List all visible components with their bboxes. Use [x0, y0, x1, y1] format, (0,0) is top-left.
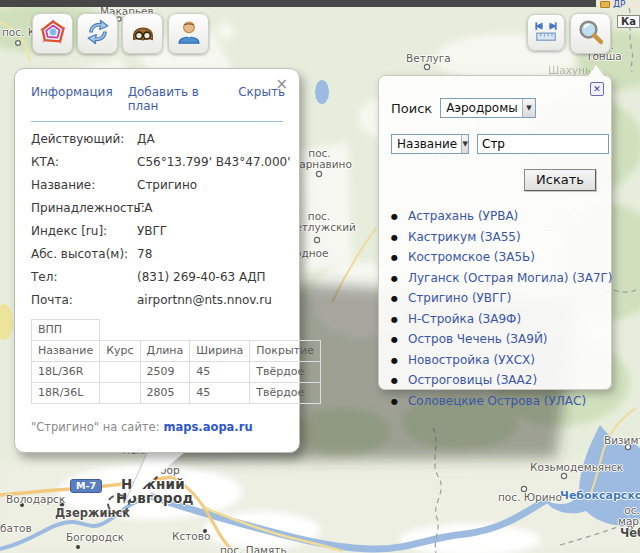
map-label: батов: [0, 522, 32, 534]
map-label: Ветлуга: [406, 52, 451, 64]
map-label: ос. мары: [618, 505, 640, 527]
bookmark-label: ДР: [613, 0, 625, 8]
search-label: Поиск: [391, 101, 432, 116]
bullet-icon: ●: [391, 315, 398, 324]
chevron-down-icon: ▼: [526, 104, 531, 112]
bullet-icon: ●: [391, 212, 398, 221]
search-icon: [576, 17, 606, 51]
list-item: ●Новостройка (УХСХ): [391, 353, 599, 374]
pilot-helmet-icon: [129, 18, 157, 50]
zones-button[interactable]: [32, 13, 73, 54]
browser-edge-strip: [0, 0, 640, 7]
close-icon[interactable]: ✕: [590, 82, 604, 96]
map-label: Володарск: [6, 493, 65, 505]
aopa-site-link[interactable]: maps.aopa.ru: [164, 420, 253, 434]
table-row: 18R/36L 280545 Твёрдое: [32, 383, 321, 404]
measure-button[interactable]: [527, 14, 565, 51]
add-to-plan-link[interactable]: Добавить в план: [128, 85, 224, 113]
runway-table-caption: ВПП: [32, 320, 100, 341]
column-header: Курс: [100, 341, 140, 362]
field-value: 78: [137, 247, 291, 261]
road-badge-m7: М-7: [70, 479, 102, 493]
table-row: 18L/36R 250945 Твёрдое: [32, 362, 321, 383]
search-panel-tail: [588, 65, 604, 76]
measure-icon: [533, 18, 559, 48]
result-link[interactable]: Стригино (УВГГ): [408, 291, 511, 305]
bullet-icon: ●: [391, 233, 398, 242]
map-label: пос. Память: [220, 544, 287, 553]
result-link[interactable]: Луганск (Острая Могила) (ЗА7Г): [408, 271, 613, 285]
bullet-icon: ●: [391, 376, 398, 385]
footer-text: "Стригино" на сайте:: [31, 420, 160, 434]
field-label: Название:: [31, 178, 137, 192]
result-link[interactable]: Остров Чечень (ЗА9Й): [408, 332, 548, 346]
list-item: ●Н-Стройка (ЗА9Ф): [391, 312, 599, 333]
list-item: ●Луганск (Острая Могила) (ЗА7Г): [391, 271, 599, 292]
field-value: С56°13.799' В43°47.000': [137, 155, 291, 169]
field-label: Принадлежность:: [31, 201, 137, 215]
column-header: Название: [32, 341, 100, 362]
result-link[interactable]: Н-Стройка (ЗА9Ф): [408, 312, 521, 326]
selected-option: Аэродромы: [441, 99, 522, 117]
result-link[interactable]: Остроговицы (ЗАА2): [408, 373, 537, 387]
popup-footer: "Стригино" на сайте:maps.aopa.ru: [31, 420, 285, 434]
column-header: Покрытие: [250, 341, 321, 362]
selected-option: Название: [392, 135, 461, 153]
user-button[interactable]: [168, 13, 209, 54]
search-button[interactable]: [570, 13, 611, 54]
close-icon[interactable]: ×: [275, 77, 288, 91]
zones-icon: [39, 18, 67, 50]
field-value: airportnn@nts.nnov.ru: [137, 293, 291, 307]
map-label-water: Чебоксарское: [560, 489, 640, 502]
field-value: УВГГ: [137, 224, 291, 238]
runway-table: ВПП Название Курс Длина Ширина Покрытие …: [31, 319, 321, 404]
field-label: Индекс [ru]:: [31, 224, 137, 238]
field-label: Абс. высота(м):: [31, 247, 137, 261]
bullet-icon: ●: [391, 397, 398, 406]
bullet-icon: ●: [391, 294, 398, 303]
search-input[interactable]: [477, 134, 609, 154]
map-label: пос. Варнавино: [292, 148, 347, 170]
popup-action-links: Информация Добавить в план Скрыть: [31, 85, 285, 113]
list-item: ●Стригино (УВГГ): [391, 291, 599, 312]
app-window: Макарьев пос. Ка Ветлуга пос. Варнавино …: [0, 0, 640, 553]
field-label: КТА:: [31, 155, 137, 169]
map-label: одное: [295, 247, 328, 259]
list-item: ●Остров Чечень (ЗА9Й): [391, 332, 599, 353]
airfield-info-popup: × Информация Добавить в план Скрыть Дейс…: [14, 68, 300, 453]
result-link[interactable]: Кастрикум (ЗА55): [408, 230, 521, 244]
folder-icon: [600, 1, 610, 8]
result-link[interactable]: Астрахань (УРВА): [408, 209, 518, 223]
field-select[interactable]: Название ▼: [391, 134, 469, 154]
result-link[interactable]: Новостройка (УХСХ): [408, 353, 535, 367]
field-label: Действующий:: [31, 132, 137, 146]
user-icon: [175, 18, 203, 50]
list-item: ●Соловецкие Острова (УЛАС): [391, 394, 599, 415]
map-label: пос. Юрино: [498, 491, 562, 503]
result-link[interactable]: Соловецкие Острова (УЛАС): [408, 394, 586, 408]
info-link[interactable]: Информация: [31, 85, 113, 113]
balloon-tail: [118, 451, 190, 507]
category-select[interactable]: Аэродромы ▼: [440, 98, 536, 118]
pilot-button[interactable]: [122, 13, 163, 54]
search-panel: ✕ Поиск Аэродромы ▼ Название ▼ Искать ●А…: [378, 75, 612, 390]
search-submit-button[interactable]: Искать: [524, 169, 596, 191]
result-link[interactable]: Костромское (ЗА5Ь): [408, 250, 535, 264]
bullet-icon: ●: [391, 253, 398, 262]
map-label: Визимъя: [604, 434, 640, 446]
field-value: ДА: [137, 132, 291, 146]
divider: [31, 121, 283, 122]
bookmark-fragment[interactable]: ДР: [596, 0, 640, 8]
list-item: ●Остроговицы (ЗАА2): [391, 373, 599, 394]
bullet-icon: ●: [391, 274, 398, 283]
refresh-button[interactable]: [77, 13, 118, 54]
field-label: Тел:: [31, 270, 137, 284]
chevron-down-icon: ▼: [462, 140, 467, 148]
field-value: (831) 269-40-63 АДП: [137, 270, 291, 284]
field-value: ГА: [137, 201, 291, 215]
airfield-fields: Действующий:ДА КТА:С56°13.799' В43°47.00…: [31, 132, 285, 307]
list-item: ●Кастрикум (ЗА55): [391, 230, 599, 251]
bullet-icon: ●: [391, 335, 398, 344]
map-label: Богородск: [66, 531, 124, 543]
map-label: Кстово: [172, 530, 210, 542]
